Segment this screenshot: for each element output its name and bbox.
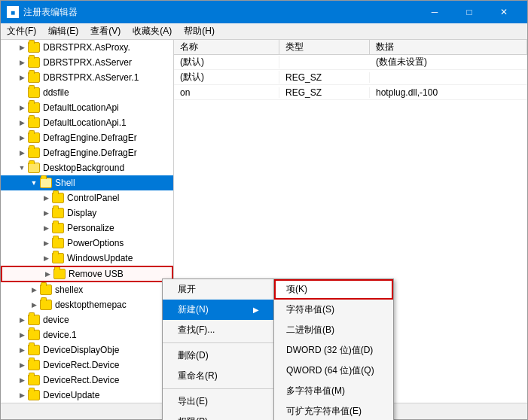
col-data-header[interactable]: 数据 <box>370 40 527 54</box>
tree-item-device[interactable]: ▶ device <box>1 312 173 327</box>
tree-item-dbrstprx-asproxy[interactable]: ▶ DBRSTPRX.AsProxy. <box>1 40 173 55</box>
cell-name: (默认) <box>174 71 279 84</box>
expand-icon: ▶ <box>40 222 52 234</box>
folder-icon <box>28 87 40 98</box>
col-name-header[interactable]: 名称 <box>174 40 279 54</box>
submenu-arrow: ▶ <box>253 306 259 314</box>
submenu-item-dword[interactable]: DWORD (32 位)值(D) <box>274 340 393 361</box>
expand-icon: ▶ <box>16 117 28 129</box>
submenu-item-binary[interactable]: 二进制值(B) <box>274 320 393 340</box>
ctx-export[interactable]: 导出(E) <box>163 391 274 412</box>
menu-bar: 文件(F) 编辑(E) 查看(V) 收藏夹(A) 帮助(H) <box>1 23 527 40</box>
tree-item-shellex[interactable]: ▶ shellex <box>1 282 173 297</box>
folder-icon <box>28 315 40 325</box>
ctx-new[interactable]: 新建(N) ▶ <box>163 300 274 320</box>
folder-icon <box>28 132 40 143</box>
tree-item-device1[interactable]: ▶ device.1 <box>1 327 173 342</box>
expand-icon: ▶ <box>40 237 52 249</box>
tree-item-display[interactable]: ▶ Display <box>1 205 173 221</box>
tree-item-defragengine1[interactable]: ▶ DefragEngine.DefragEr <box>1 130 173 145</box>
ctx-delete[interactable]: 删除(D) <box>163 345 274 366</box>
tree-item-poweroptions[interactable]: ▶ PowerOptions <box>1 236 173 251</box>
ctx-find[interactable]: 查找(F)... <box>163 320 274 340</box>
expand-icon: ▶ <box>40 192 52 204</box>
tree-item-shell[interactable]: ▼ Shell <box>1 175 173 190</box>
ctx-separator <box>163 342 274 343</box>
app-icon: ■ <box>7 6 19 18</box>
close-button[interactable]: ✕ <box>487 1 521 23</box>
tree-item-deviceupdate[interactable]: ▶ DeviceUpdate <box>1 388 173 403</box>
tree-item-devicerect1[interactable]: ▶ DeviceRect.Device <box>1 358 173 373</box>
submenu-item-key[interactable]: 项(K) <box>274 279 393 300</box>
tree-item-windowsupdate[interactable]: ▶ WindowsUpdate <box>1 251 173 266</box>
submenu-item-expandable[interactable]: 可扩充字符串值(E) <box>274 401 393 420</box>
ctx-permissions[interactable]: 权限(P)... <box>163 412 274 420</box>
tree-item-dbrstprx-asserver[interactable]: ▶ DBRSTPRX.AsServer <box>1 55 173 70</box>
tree-item-controlpanel[interactable]: ▶ ControlPanel <box>1 190 173 205</box>
tree-item-dbrstprx-asserver1[interactable]: ▶ DBRSTPRX.AsServer.1 <box>1 70 173 85</box>
tree-item-ddsfile[interactable]: ▶ ddsfile <box>1 85 173 100</box>
folder-icon <box>28 375 40 385</box>
window-controls: ─ □ ✕ <box>417 1 521 23</box>
folder-icon-open <box>28 163 40 173</box>
menu-favorites[interactable]: 收藏夹(A) <box>127 23 178 39</box>
cell-name: on <box>174 87 279 98</box>
folder-icon <box>53 269 66 279</box>
menu-edit[interactable]: 编辑(E) <box>42 23 84 39</box>
title-bar: ■ 注册表编辑器 ─ □ ✕ <box>1 1 527 23</box>
expand-icon: ▼ <box>16 162 28 174</box>
ctx-expand[interactable]: 展开 <box>163 279 274 300</box>
tree-item-removeusb[interactable]: ▶ Remove USB <box>1 266 173 282</box>
folder-icon <box>28 72 40 83</box>
table-row[interactable]: (默认) REG_SZ <box>174 70 527 85</box>
folder-icon <box>52 208 64 218</box>
expand-icon: ▶ <box>16 359 28 371</box>
maximize-button[interactable]: □ <box>452 1 487 23</box>
folder-icon <box>52 238 64 248</box>
tree-item-desktopbackground[interactable]: ▼ DesktopBackground <box>1 160 173 175</box>
submenu-item-qword[interactable]: QWORD (64 位)值(Q) <box>274 361 393 381</box>
ctx-rename[interactable]: 重命名(R) <box>163 366 274 386</box>
tree-item-devicedisplayobje[interactable]: ▶ DeviceDisplayObje <box>1 342 173 358</box>
folder-icon <box>28 345 40 355</box>
context-menu: 展开 新建(N) ▶ 查找(F)... 删除(D) 重命名(R) 导出(E) 权… <box>162 278 275 420</box>
tree-item-defragengine2[interactable]: ▶ DefragEngine.DefragEr <box>1 145 173 160</box>
column-headers: 名称 类型 数据 <box>174 40 527 55</box>
folder-icon <box>28 57 40 68</box>
menu-file[interactable]: 文件(F) <box>1 23 42 39</box>
ctx-separator2 <box>163 388 274 389</box>
cell-type: REG_SZ <box>279 72 370 83</box>
tree-item-defaultlocationapi[interactable]: ▶ DefaultLocationApi <box>1 100 173 115</box>
submenu: 项(K) 字符串值(S) 二进制值(B) DWORD (32 位)值(D) QW… <box>273 278 394 420</box>
minimize-button[interactable]: ─ <box>417 1 452 23</box>
expand-icon: ▶ <box>28 299 40 311</box>
folder-icon <box>52 253 64 263</box>
tree-item-defaultlocationapi1[interactable]: ▶ DefaultLocationApi.1 <box>1 115 173 130</box>
folder-icon <box>28 117 40 128</box>
menu-view[interactable]: 查看(V) <box>84 23 127 39</box>
table-row[interactable]: on REG_SZ hotplug.dll,-100 <box>174 85 527 100</box>
expand-icon: ▶ <box>16 389 28 401</box>
folder-icon <box>28 102 40 113</box>
expand-icon: ▶ <box>41 268 53 280</box>
submenu-item-multistring[interactable]: 多字符串值(M) <box>274 381 393 401</box>
tree-item-devicerect2[interactable]: ▶ DeviceRect.Device <box>1 373 173 388</box>
folder-icon <box>28 148 40 158</box>
table-row[interactable]: (默认) (数值未设置) <box>174 55 527 70</box>
folder-icon <box>40 300 52 310</box>
col-type-header[interactable]: 类型 <box>279 40 370 54</box>
folder-icon <box>52 193 64 203</box>
expand-icon: ▶ <box>16 56 28 68</box>
cell-name: (默认) <box>174 56 279 68</box>
menu-help[interactable]: 帮助(H) <box>178 23 221 39</box>
expand-icon: ▼ <box>28 177 40 189</box>
tree-item-desktopthemepac[interactable]: ▶ desktopthemepac <box>1 297 173 312</box>
folder-icon <box>28 390 40 400</box>
submenu-item-string[interactable]: 字符串值(S) <box>274 300 393 320</box>
expand-icon: ▶ <box>16 41 28 53</box>
expand-icon: ▶ <box>16 314 28 326</box>
expand-icon: ▶ <box>28 284 40 296</box>
tree-item-personalize[interactable]: ▶ Personalize <box>1 221 173 236</box>
tree-pane[interactable]: ▶ DBRSTPRX.AsProxy. ▶ DBRSTPRX.AsServer … <box>1 40 174 403</box>
folder-icon <box>40 285 52 295</box>
